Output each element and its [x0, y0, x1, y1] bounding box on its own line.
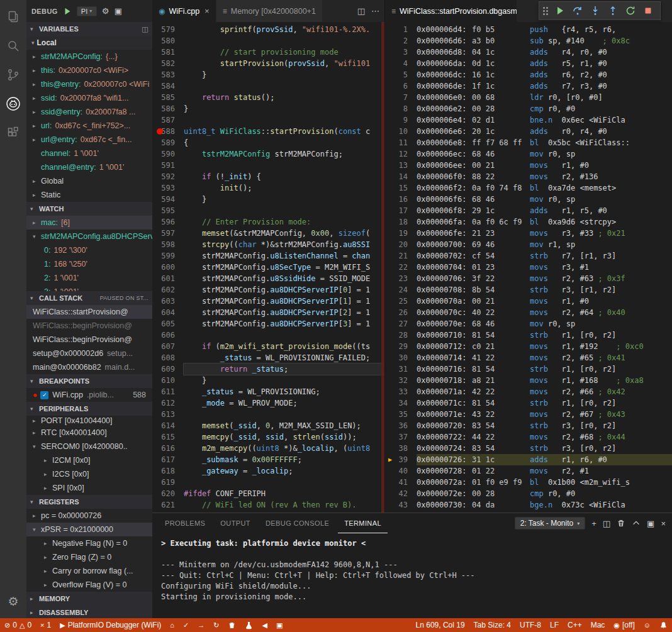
disassembly-line[interactable]: 10x000006d4:f0 b5push {r4, r5, r6,: [385, 24, 672, 35]
disassembly-line[interactable]: 40x000006da:0d 1cadds r5, r1, #0: [385, 58, 672, 69]
disassembly-line[interactable]: 260x0000070c:40 22movs r2, #64 ; 0x40: [385, 307, 672, 318]
gutter[interactable]: 597: [152, 228, 184, 239]
step-into-button[interactable]: [587, 3, 603, 19]
gutter[interactable]: 580: [152, 35, 184, 47]
registers-section-header[interactable]: ▾ REGISTERS: [26, 495, 152, 509]
disassembly-line[interactable]: 370x00000722:44 22movs r2, #68 ; 0x44: [385, 431, 672, 443]
disassembly-line[interactable]: 130x000006ee:00 21movs r1, #0: [385, 160, 672, 171]
disassembly-line[interactable]: 230x00000706:3f 22movs r2, #63 ; 0x3f: [385, 273, 672, 284]
disassembly-line[interactable]: 290x00000712:c0 21movs r1, #192 ; 0xc0: [385, 341, 672, 352]
platformio-icon[interactable]: [0, 89, 26, 118]
variable-row[interactable]: channel@entry:1 '\001': [26, 160, 152, 174]
code-line[interactable]: 620#ifdef CONF_PERIPH: [152, 488, 384, 499]
code-line[interactable]: 598 strcpy((char *)&strM2MAPConfig.au8SS…: [152, 239, 384, 250]
disassembly-line[interactable]: 20x000006d6:a3 b0sub sp, #140 ; 0x8c: [385, 35, 672, 47]
tab-debug-console[interactable]: DEBUG CONSOLE: [259, 513, 335, 533]
variable-row[interactable]: ▸ssid@entry:0x20007fa8 ...: [26, 105, 152, 119]
code-line[interactable]: 589{: [152, 137, 384, 148]
gutter[interactable]: 18: [385, 216, 417, 228]
code-line[interactable]: 612 _mode = WL_PROV_MODE;: [152, 397, 384, 409]
disassembly-line[interactable]: 200x00000700:69 46mov r1, sp: [385, 239, 672, 250]
gutter[interactable]: 599: [152, 250, 184, 262]
gutter[interactable]: 582: [152, 58, 184, 69]
code-line[interactable]: 600 strM2MAPConfig.u8SecType = M2M_WIFI_…: [152, 262, 384, 273]
variables-section-header[interactable]: ▾ VARIABLES ◫: [26, 22, 152, 36]
gutter[interactable]: 36: [385, 420, 417, 431]
tab-output[interactable]: OUTPUT: [214, 513, 257, 533]
panel-layout-icon[interactable]: ▣: [647, 519, 654, 528]
disassembly-line[interactable]: 250x0000070a:00 21movs r1, #0: [385, 296, 672, 307]
code-line[interactable]: 608 _status = WL_PROVISIONING_FAILED;: [152, 352, 384, 363]
call-stack-frame[interactable]: WiFiClass::beginProvision@: [26, 319, 152, 333]
watch-row[interactable]: ▸mac:[6]: [26, 216, 152, 230]
code-editor[interactable]: 579 sprintf(provSsid, "wifi101-%.2X%.580…: [152, 22, 384, 513]
code-line[interactable]: 615 memcpy(_ssid, ssid, strlen(ssid));: [152, 431, 384, 443]
gutter[interactable]: 29: [385, 341, 417, 352]
peripheral-row[interactable]: ▸RTC [0x40001400]: [26, 426, 152, 440]
breakpoint-icon[interactable]: [157, 128, 163, 135]
gutter[interactable]: 619: [152, 477, 184, 488]
call-stack-frame[interactable]: WiFiClass::beginProvision@: [26, 333, 152, 346]
disassembly-line[interactable]: 190x000006fe:21 23movs r3, #33 ; 0x21: [385, 228, 672, 239]
tab-problems[interactable]: PROBLEMS: [159, 513, 211, 533]
gutter[interactable]: 621: [152, 499, 184, 511]
gutter[interactable]: 5: [385, 69, 417, 80]
gutter[interactable]: 607: [152, 341, 184, 352]
gutter[interactable]: 600: [152, 262, 184, 273]
gutter[interactable]: 581: [152, 47, 184, 58]
code-line[interactable]: 583 }: [152, 69, 384, 80]
gutter[interactable]: 591: [152, 160, 184, 171]
notifications-button[interactable]: [655, 618, 672, 632]
scope-local[interactable]: ▾ Local: [26, 36, 152, 50]
debugger-indicator[interactable]: ▶ PlatformIO Debugger (WiFi): [55, 618, 165, 632]
breakpoint-checkbox[interactable]: ✓: [40, 391, 48, 399]
gutter[interactable]: 617: [152, 454, 184, 465]
continue-button[interactable]: [552, 3, 568, 19]
register-row[interactable]: ▸pc = 0x00000726: [26, 509, 152, 523]
variable-row[interactable]: ▸this:0x200007c0 <WiFi>: [26, 64, 152, 77]
variable-row[interactable]: ▸ssid:0x20007fa8 "wifi1...: [26, 91, 152, 105]
disassembly-line[interactable]: 100x000006e6:20 1cadds r0, r4, #0: [385, 126, 672, 137]
pio-clean-button[interactable]: [223, 618, 240, 632]
gutter[interactable]: 1: [385, 24, 417, 35]
code-line[interactable]: 621 // WiFi led ON (rev A then rev B).: [152, 499, 384, 511]
watch-child-row[interactable]: 1:168 '\250': [26, 257, 152, 271]
watch-section-header[interactable]: ▾ WATCH: [26, 202, 152, 216]
code-line[interactable]: 602 strM2MAPConfig.au8DHCPServerIP[0] = …: [152, 284, 384, 296]
code-line[interactable]: 591: [152, 160, 384, 171]
tab-terminal[interactable]: TERMINAL: [338, 513, 388, 533]
gutter[interactable]: 611: [152, 386, 184, 397]
gutter[interactable]: 20: [385, 239, 417, 250]
tab-memory[interactable]: ≡ Memory [0x42000800+1: [216, 0, 323, 22]
explorer-icon[interactable]: [0, 3, 26, 31]
gutter[interactable]: 598: [152, 239, 184, 250]
call-stack-section-header[interactable]: ▾ CALL STACK PAUSED ON ST...: [26, 291, 152, 305]
close-panel-icon[interactable]: ×: [661, 519, 666, 528]
step-over-button[interactable]: [569, 3, 586, 19]
register-row[interactable]: ▾xPSR = 0x21000000: [26, 523, 152, 536]
variable-row[interactable]: channel:1 '\001': [26, 147, 152, 160]
code-line[interactable]: 594 }: [152, 194, 384, 205]
peripheral-row[interactable]: ▾SERCOM0 [0x4200080..: [26, 440, 152, 453]
gutter[interactable]: 22: [385, 262, 417, 273]
restart-button[interactable]: [622, 3, 639, 19]
code-line[interactable]: 603 strM2MAPConfig.au8DHCPServerIP[1] = …: [152, 296, 384, 307]
tab-dbgasm[interactable]: ≡ WiFiClass::startProvision.dbgasm: [385, 0, 517, 22]
code-line[interactable]: 582 startProvision(provSsid, "wifi101: [152, 58, 384, 69]
disassembly-line[interactable]: 180x000006fa:0a f0 6c f9bl 0xa9d6 <strcp…: [385, 216, 672, 228]
scope-static[interactable]: ▸Static: [26, 188, 152, 202]
code-line[interactable]: 592 if (!_init) {: [152, 171, 384, 182]
gutter[interactable]: ▶39: [385, 454, 417, 465]
gutter[interactable]: 32: [385, 375, 417, 386]
code-line[interactable]: 618 _gateway = _localip;: [152, 465, 384, 477]
disassembly-line[interactable]: 240x00000708:8b 54strb r3, [r1, r2]: [385, 284, 672, 296]
variable-row[interactable]: ▸strM2MAPConfig:{...}: [26, 50, 152, 64]
gutter[interactable]: 602: [152, 284, 184, 296]
extensions-icon[interactable]: [0, 118, 26, 147]
code-line[interactable]: 581 // start provisioning mode: [152, 47, 384, 58]
register-row[interactable]: ▸Zero Flag (Z) = 0: [26, 550, 152, 564]
gutter[interactable]: 586: [152, 103, 184, 114]
gutter[interactable]: 15: [385, 182, 417, 194]
new-terminal-icon[interactable]: +: [591, 519, 596, 528]
disassembly-line[interactable]: 220x00000704:01 23movs r3, #1: [385, 262, 672, 273]
